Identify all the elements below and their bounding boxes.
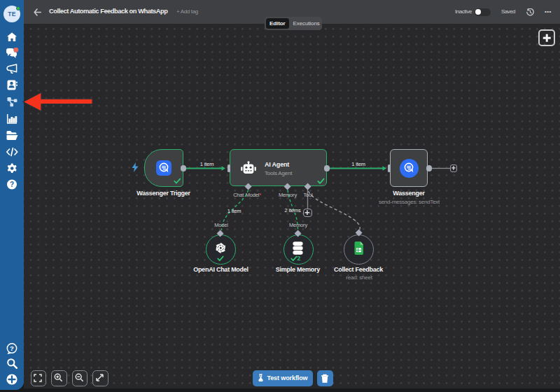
svg-text:?: ? xyxy=(10,344,14,352)
svg-text:?: ? xyxy=(10,181,14,188)
